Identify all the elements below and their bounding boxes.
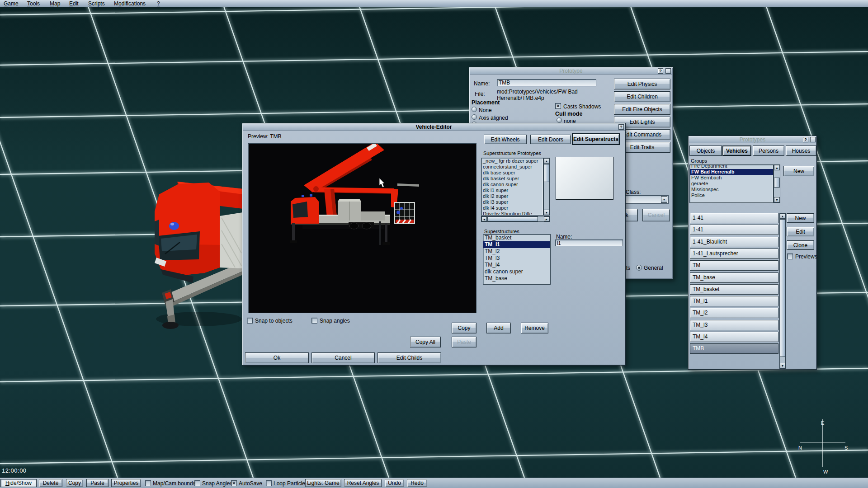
scroll-up-icon[interactable]: ▲: [780, 213, 785, 219]
vehicle-preview-viewport[interactable]: [248, 143, 476, 313]
reset-angles-button[interactable]: Reset Angles: [344, 479, 382, 487]
list-item[interactable]: dlk base super: [481, 170, 543, 176]
remove-button[interactable]: Remove: [521, 323, 548, 333]
list-item[interactable]: dlk l4 super: [481, 205, 543, 211]
tab-edit-superstructs[interactable]: Edit Superstructs: [572, 133, 620, 145]
copy-button[interactable]: Copy: [66, 479, 83, 487]
snap-to-objects-checkbox[interactable]: [247, 318, 253, 324]
list-item[interactable]: dlk basket super: [481, 176, 543, 182]
list-item[interactable]: FW Bad Herrenalb: [690, 169, 773, 175]
prototype-item[interactable]: TM_l3: [690, 320, 778, 330]
edit-edit-fire-objects-button[interactable]: Edit Fire Objects: [614, 104, 670, 115]
menu-item-[interactable]: ?: [157, 0, 160, 7]
list-item[interactable]: TM_basket: [483, 235, 550, 241]
list-item[interactable]: dlk canon super: [483, 268, 550, 275]
scroll-left-icon[interactable]: ◄: [481, 216, 487, 221]
cancel-button[interactable]: Cancel: [642, 209, 670, 221]
superstructure-prototypes-hscrollbar[interactable]: ◄ ►: [481, 216, 550, 222]
list-item[interactable]: TM_base: [483, 275, 550, 282]
tab-edit-wheels[interactable]: Edit Wheels: [484, 135, 527, 144]
scroll-up-icon[interactable]: ▲: [774, 165, 780, 170]
placement-radio-1[interactable]: [472, 114, 477, 120]
edit-edit-physics-button[interactable]: Edit Physics: [614, 79, 670, 89]
prototype-item[interactable]: TM_l2: [690, 308, 778, 318]
snap-angles-checkbox[interactable]: [194, 480, 200, 486]
groups-vscrollbar[interactable]: ▲ ▼: [774, 164, 780, 203]
hide-show-button[interactable]: Hide/Show: [0, 479, 37, 487]
new-prototype-button[interactable]: New: [787, 213, 814, 223]
menu-item-tools[interactable]: Tools: [27, 0, 40, 7]
scroll-up-icon[interactable]: ▲: [544, 158, 549, 164]
prototypes-panel-titlebar[interactable]: Prototypes: [689, 136, 816, 143]
tab-vehicles[interactable]: Vehicles: [722, 145, 751, 156]
prototype-name-input[interactable]: TMB: [497, 79, 596, 86]
menu-item-modifications[interactable]: Modifications: [114, 0, 146, 7]
chevron-down-icon[interactable]: ▼: [661, 196, 667, 203]
tab-persons[interactable]: Persons: [753, 145, 784, 156]
list-item[interactable]: Missionspec: [690, 187, 773, 192]
scroll-thumb[interactable]: [544, 164, 549, 182]
scroll-thumb[interactable]: [780, 219, 785, 357]
list-item[interactable]: geraete: [690, 181, 773, 187]
prototype-item[interactable]: TM_basket: [690, 284, 778, 295]
paste-button[interactable]: Paste: [452, 337, 476, 347]
list-item[interactable]: FW Bernbach: [690, 175, 773, 181]
help-button[interactable]: ?: [803, 137, 808, 142]
superstructure-prototypes-list[interactable]: _new_ fgr rb dozer superconnectorstand_s…: [481, 158, 543, 216]
menu-item-scripts[interactable]: Scripts: [88, 0, 105, 7]
list-item[interactable]: Police: [690, 192, 773, 198]
lights--game-button[interactable]: Lights: Game: [305, 479, 341, 487]
prototype-dialog-titlebar[interactable]: Prototype: [470, 68, 672, 75]
autosave-checkbox[interactable]: [231, 480, 237, 486]
scroll-down-icon[interactable]: ▼: [544, 210, 549, 215]
edit-edit-children-button[interactable]: Edit Children: [614, 91, 670, 102]
prototype-item[interactable]: TM_l4: [690, 332, 778, 342]
scroll-thumb[interactable]: [487, 216, 538, 221]
paste-button[interactable]: Paste: [86, 479, 108, 487]
edit-prototype-button[interactable]: Edit: [787, 227, 814, 236]
list-item[interactable]: TM_l3: [483, 255, 550, 262]
list-item[interactable]: Fire Department: [690, 164, 773, 169]
list-item[interactable]: TM_l2: [483, 248, 550, 255]
list-item[interactable]: Driveby Shooting Rifle: [481, 211, 543, 216]
prototype-item[interactable]: TM_l1: [690, 296, 778, 306]
scroll-down-icon[interactable]: ▼: [780, 363, 785, 368]
map-cam-bounds-checkbox[interactable]: [145, 480, 151, 486]
add-button[interactable]: Add: [486, 323, 511, 333]
superstructures-list[interactable]: TM_basketTM_l1TM_l2TM_l3TM_l4dlk canon s…: [483, 234, 551, 285]
superstructure-prototypes-vscrollbar[interactable]: ▲ ▼: [543, 158, 550, 216]
prototype-item[interactable]: TM_base: [690, 272, 778, 283]
help-button[interactable]: ?: [618, 124, 624, 130]
scroll-right-icon[interactable]: ►: [544, 216, 549, 221]
scroll-down-icon[interactable]: ▼: [774, 197, 780, 202]
new-group-button[interactable]: New: [783, 166, 814, 176]
list-item[interactable]: dlk l2 super: [481, 193, 543, 199]
clone-prototype-button[interactable]: Clone: [787, 240, 814, 250]
redo-button[interactable]: Redo: [407, 479, 427, 487]
help-button[interactable]: ?: [658, 68, 663, 74]
prototype-item[interactable]: 1-41_Blaulicht: [690, 237, 778, 247]
snap-angles-checkbox[interactable]: [311, 318, 317, 324]
prototype-item[interactable]: 1-41: [690, 225, 778, 235]
window-button[interactable]: [665, 68, 671, 74]
list-item[interactable]: TM_l4: [483, 262, 550, 268]
list-item[interactable]: dlk l1 super: [481, 188, 543, 193]
loop-particles-checkbox[interactable]: [266, 480, 272, 486]
menu-item-map[interactable]: Map: [50, 0, 60, 7]
items-vscrollbar[interactable]: ▲ ▼: [779, 213, 786, 369]
list-item[interactable]: TM_l1: [483, 241, 550, 248]
prototype-item[interactable]: TM: [690, 260, 778, 271]
tab-houses[interactable]: Houses: [786, 145, 816, 156]
prototype-item[interactable]: 1-41_Lautsprecher: [690, 249, 778, 259]
undo-button[interactable]: Undo: [385, 479, 404, 487]
casts-shadows-checkbox[interactable]: [555, 103, 561, 109]
ok-button[interactable]: Ok: [245, 352, 309, 363]
menu-item-game[interactable]: Game: [4, 0, 19, 7]
edit-childs-button[interactable]: Edit Childs: [377, 352, 441, 363]
copy-all-button[interactable]: Copy All: [410, 337, 441, 347]
tab-objects[interactable]: Objects: [689, 145, 722, 156]
copy-button[interactable]: Copy: [452, 323, 476, 333]
scroll-thumb[interactable]: [774, 178, 780, 188]
list-item[interactable]: connectorstand_super: [481, 164, 543, 170]
groups-list[interactable]: Fire DepartmentFW Bad HerrenalbFW Bernba…: [689, 164, 774, 203]
